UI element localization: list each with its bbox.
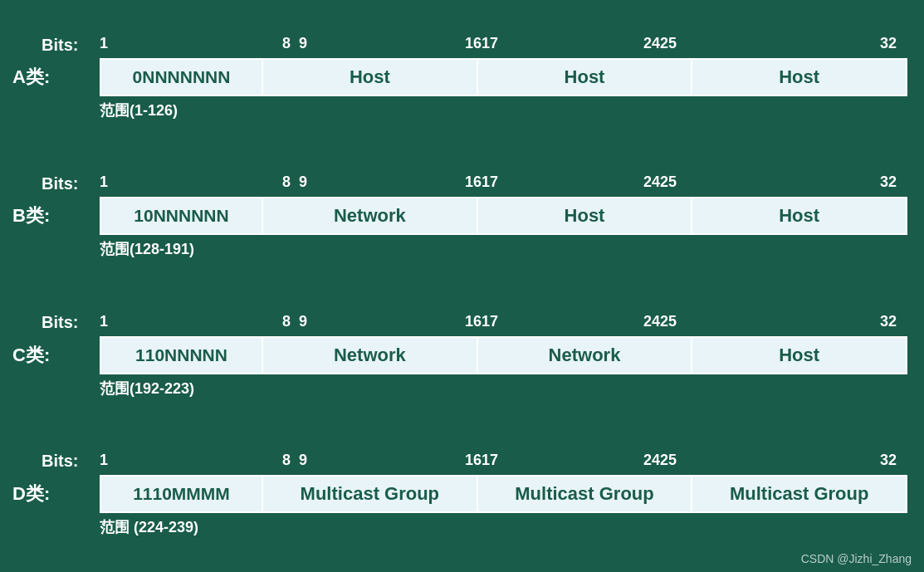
bit-num-16: 16: [465, 452, 482, 469]
bits-label-B: Bits:: [42, 174, 100, 193]
bit-num-32: 32: [880, 313, 897, 330]
bit-num-9: 9: [299, 313, 307, 330]
bit-num-16: 16: [465, 35, 482, 52]
segment-cell-A-2: Host: [692, 60, 906, 95]
bit-num-24: 24: [643, 174, 660, 191]
prefix-cell-A: 0NNNNNNN: [101, 60, 263, 95]
bits-row-D: Bits:1891617242532: [100, 452, 907, 472]
segment-cell-C-0: Network: [263, 338, 478, 373]
bit-num-16: 16: [465, 174, 482, 191]
class-label-A: A类:: [8, 58, 100, 96]
data-row-A: A类:0NNNNNNNHostHostHost: [8, 58, 907, 96]
bit-num-1: 1: [100, 174, 108, 191]
bit-num-25: 25: [660, 313, 677, 330]
bit-num-32: 32: [880, 174, 897, 191]
range-label-A: 范围(1-126): [100, 100, 907, 120]
bit-num-9: 9: [299, 452, 307, 469]
bits-numbers-B: 1891617242532: [100, 174, 905, 193]
bit-num-32: 32: [880, 35, 897, 52]
bit-num-8: 8: [282, 174, 291, 191]
bit-num-1: 1: [100, 452, 108, 469]
segment-cell-B-0: Network: [263, 198, 478, 233]
range-label-C: 范围(192-223): [100, 379, 907, 398]
segment-cell-B-1: Host: [478, 198, 693, 233]
class-section-B: Bits:1891617242532B类:10NNNNNNNetworkHost…: [8, 174, 907, 259]
class-section-D: Bits:1891617242532D类:1110MMMMMulticast G…: [8, 452, 907, 537]
segment-cell-C-1: Network: [478, 338, 693, 373]
class-label-B: B类:: [8, 197, 100, 235]
data-row-C: C类:110NNNNNNetworkNetworkHost: [8, 336, 907, 374]
bit-num-9: 9: [299, 35, 307, 52]
bit-num-17: 17: [482, 174, 498, 191]
segment-cell-C-2: Host: [692, 338, 906, 373]
ip-table-C: 110NNNNNNetworkNetworkHost: [100, 336, 907, 374]
data-row-B: B类:10NNNNNNNetworkHostHost: [8, 197, 907, 235]
segment-cell-D-0: Multicast Group: [263, 477, 478, 511]
bits-label-C: Bits:: [42, 313, 100, 332]
segment-cell-D-2: Multicast Group: [692, 477, 906, 511]
main-container: Bits:1891617242532A类:0NNNNNNNHostHostHos…: [0, 0, 924, 572]
prefix-cell-B: 10NNNNNN: [101, 198, 263, 233]
bit-num-24: 24: [643, 452, 660, 469]
bit-num-16: 16: [465, 313, 482, 330]
class-label-D: D类:: [8, 475, 100, 513]
class-section-A: Bits:1891617242532A类:0NNNNNNNHostHostHos…: [8, 35, 907, 120]
prefix-cell-C: 110NNNNN: [101, 338, 263, 373]
bits-label-D: Bits:: [42, 452, 100, 471]
ip-table-A: 0NNNNNNNHostHostHost: [100, 58, 907, 96]
bit-num-1: 1: [100, 35, 108, 52]
bits-numbers-D: 1891617242532: [100, 452, 905, 472]
bit-num-17: 17: [482, 35, 498, 52]
bit-num-1: 1: [100, 313, 108, 330]
ip-table-D: 1110MMMMMulticast GroupMulticast GroupMu…: [100, 475, 907, 513]
bit-num-25: 25: [660, 174, 677, 191]
bit-num-25: 25: [660, 452, 677, 469]
watermark: CSDN @Jizhi_Zhang: [801, 552, 912, 565]
bits-row-C: Bits:1891617242532: [100, 313, 907, 333]
bit-num-24: 24: [643, 313, 660, 330]
bit-num-8: 8: [282, 313, 291, 330]
segment-cell-A-0: Host: [263, 60, 478, 95]
bit-num-8: 8: [282, 452, 291, 469]
bit-num-32: 32: [880, 452, 897, 469]
bits-row-B: Bits:1891617242532: [100, 174, 907, 193]
prefix-cell-D: 1110MMMM: [101, 477, 263, 511]
bit-num-8: 8: [282, 35, 291, 52]
bit-num-17: 17: [482, 452, 498, 469]
segment-cell-D-1: Multicast Group: [478, 477, 693, 511]
bit-num-24: 24: [643, 35, 660, 52]
segment-cell-A-1: Host: [478, 60, 693, 95]
range-label-B: 范围(128-191): [100, 239, 907, 259]
range-label-D: 范围 (224-239): [100, 517, 907, 537]
bits-row-A: Bits:1891617242532: [100, 35, 907, 55]
bits-numbers-C: 1891617242532: [100, 313, 905, 333]
bit-num-25: 25: [660, 35, 677, 52]
segment-cell-B-2: Host: [692, 198, 906, 233]
ip-table-B: 10NNNNNNNetworkHostHost: [100, 197, 907, 235]
bit-num-9: 9: [299, 174, 307, 191]
bit-num-17: 17: [482, 313, 498, 330]
bits-label-A: Bits:: [42, 36, 100, 55]
bits-numbers-A: 1891617242532: [100, 35, 905, 55]
data-row-D: D类:1110MMMMMulticast GroupMulticast Grou…: [8, 475, 907, 513]
class-section-C: Bits:1891617242532C类:110NNNNNNetworkNetw…: [8, 313, 907, 398]
class-label-C: C类:: [8, 336, 100, 374]
